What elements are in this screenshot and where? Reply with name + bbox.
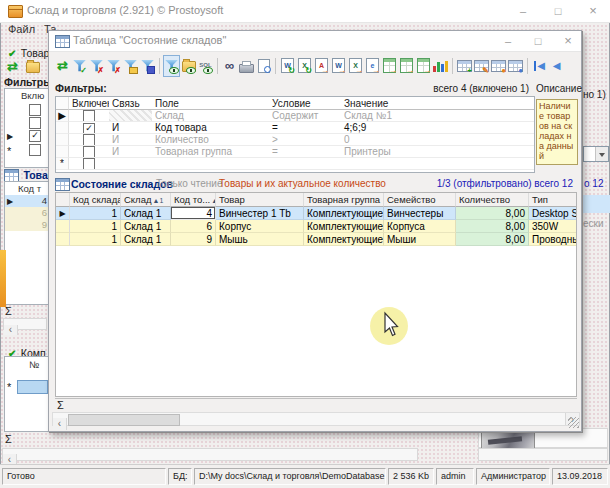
- grid-cell[interactable]: 1: [70, 207, 121, 220]
- scroll-left-icon[interactable]: ‹: [4, 325, 18, 335]
- filter-condition-cell[interactable]: >: [269, 134, 341, 146]
- nav-prev-icon[interactable]: ◀: [548, 55, 565, 77]
- filter-column-header[interactable]: Поле: [152, 97, 269, 110]
- grid-cell[interactable]: 9: [171, 233, 216, 246]
- bg-refresh-icon[interactable]: ⇄: [4, 55, 21, 77]
- filter-condition-cell[interactable]: =: [269, 122, 341, 134]
- grid-column-header[interactable]: Код склада: [70, 193, 121, 207]
- dialog-close-button[interactable]: [553, 31, 583, 50]
- toggle-tree-panel-icon[interactable]: [180, 55, 197, 77]
- grid-cell[interactable]: Проводные: [529, 233, 577, 246]
- filter-field-cell[interactable]: Склад: [152, 110, 269, 122]
- grid-cell[interactable]: 350W: [529, 220, 577, 233]
- dialog-maximize-button[interactable]: [523, 31, 553, 50]
- grid-cell[interactable]: Винчестеры: [384, 207, 456, 220]
- filter-enabled-checkbox[interactable]: [83, 146, 95, 158]
- grid-column-header[interactable]: Товарная группа: [304, 193, 384, 207]
- bg-filter-checkbox[interactable]: [29, 117, 41, 129]
- find-icon[interactable]: ∞: [221, 55, 238, 77]
- filter-apply-icon[interactable]: ✓: [71, 55, 88, 77]
- export-html-icon[interactable]: e→: [364, 55, 381, 77]
- filter-enabled-checkbox[interactable]: [83, 110, 95, 122]
- scrollbar-thumb[interactable]: [68, 414, 180, 426]
- filter-value-cell[interactable]: Принтеры: [341, 146, 534, 158]
- filter-value-cell[interactable]: [341, 158, 534, 170]
- print-preview-icon[interactable]: [255, 55, 272, 77]
- grid-column-header[interactable]: Семейство: [384, 193, 456, 207]
- grid-cell[interactable]: Склад 1: [121, 220, 171, 233]
- bg-selected-row[interactable]: ▶ 4: [5, 195, 48, 207]
- dropdown-arrow-icon[interactable]: [595, 147, 608, 161]
- main-minimize-button[interactable]: [508, 0, 538, 21]
- grid-cell[interactable]: Склад 1: [121, 233, 171, 246]
- filter-link-cell[interactable]: [109, 158, 152, 170]
- export-ods-icon[interactable]: →: [398, 55, 415, 77]
- grid-cell[interactable]: Корпус: [216, 220, 304, 233]
- filter-value-cell[interactable]: Склад №1: [341, 110, 534, 122]
- grid-cell[interactable]: 6: [171, 220, 216, 233]
- refresh-icon[interactable]: ⇄: [54, 55, 71, 77]
- grid-cell[interactable]: Комплектующие: [304, 220, 384, 233]
- grid-cell[interactable]: 8,00: [456, 220, 529, 233]
- grid-column-header[interactable]: Код то...▲2: [171, 193, 216, 207]
- bg-hscrollbar[interactable]: ‹: [3, 318, 47, 330]
- grid-column-header[interactable]: Тип: [529, 193, 577, 207]
- filter-value-cell[interactable]: 0: [341, 134, 534, 146]
- filter-condition-cell[interactable]: [269, 158, 341, 170]
- grid-cell[interactable]: 1: [70, 233, 121, 246]
- filter-clear-icon[interactable]: ✗: [88, 55, 105, 77]
- grid-cell[interactable]: Комплектующие: [304, 207, 384, 220]
- filter-value-cell[interactable]: 4;6;9: [341, 122, 534, 134]
- filter-link-cell[interactable]: И: [109, 146, 152, 158]
- bg-filter-checkbox[interactable]: [29, 104, 41, 116]
- filter-field-cell[interactable]: [152, 158, 269, 170]
- grid-cell[interactable]: 8,00: [456, 207, 529, 220]
- filter-delete-icon[interactable]: ✗: [105, 55, 122, 77]
- filter-column-header[interactable]: Связь: [109, 97, 152, 110]
- bg-row[interactable]: 6: [5, 207, 48, 219]
- bg-combobox[interactable]: [583, 146, 609, 162]
- filter-field-cell[interactable]: Количество: [152, 134, 269, 146]
- main-maximize-button[interactable]: [543, 0, 573, 21]
- grid-cell[interactable]: Склад 1: [121, 207, 171, 220]
- grid-column-header[interactable]: Товар: [216, 193, 304, 207]
- bg-filter-checkbox[interactable]: [29, 144, 41, 156]
- toggle-sql-panel-icon[interactable]: SQL: [197, 55, 214, 77]
- filter-column-header[interactable]: Значение: [341, 97, 534, 110]
- filter-field-cell[interactable]: Код товара: [152, 122, 269, 134]
- filter-enabled-checkbox[interactable]: ✓: [83, 123, 95, 134]
- filter-field-cell[interactable]: Товарная группа: [152, 146, 269, 158]
- nav-first-icon[interactable]: ◀: [531, 55, 548, 77]
- grid-cell[interactable]: Desktop SAT: [529, 207, 577, 220]
- grid-cell[interactable]: Корпуса: [384, 220, 456, 233]
- bg-folder-icon[interactable]: [24, 55, 41, 77]
- bg-bottom-left-hscrollbar[interactable]: ‹: [2, 448, 418, 461]
- bg-filter-checkbox[interactable]: ✓: [29, 130, 41, 142]
- open-in-excel-icon[interactable]: X↻: [296, 55, 313, 77]
- toggle-filter-panel-icon[interactable]: [163, 55, 180, 77]
- grid-cell[interactable]: Мышь: [216, 233, 304, 246]
- grid-cell[interactable]: 8,00: [456, 233, 529, 246]
- table-designer-icon[interactable]: ●: [490, 55, 507, 77]
- edit-row-icon[interactable]: ✎: [473, 55, 490, 77]
- filter-enabled-checkbox[interactable]: [83, 134, 95, 146]
- filter-open-icon[interactable]: [122, 55, 139, 77]
- bg-row[interactable]: 9: [5, 219, 48, 231]
- grid-column-header[interactable]: Количество: [456, 193, 529, 207]
- open-in-word-icon[interactable]: W↻: [279, 55, 296, 77]
- scroll-left-icon[interactable]: ‹: [53, 418, 67, 430]
- export-calc-icon[interactable]: →: [381, 55, 398, 77]
- main-close-button[interactable]: [578, 0, 608, 21]
- bg-selected-cell[interactable]: [17, 380, 48, 394]
- chart-icon[interactable]: [432, 55, 449, 77]
- print-icon[interactable]: [238, 55, 255, 77]
- filter-enabled-checkbox[interactable]: [83, 158, 95, 170]
- table-properties-icon[interactable]: ●: [507, 55, 524, 77]
- filter-condition-cell[interactable]: =: [269, 146, 341, 158]
- menu-file[interactable]: Файл: [8, 23, 35, 35]
- export-pdf-icon[interactable]: A→: [313, 55, 330, 77]
- grid-cell[interactable]: 4: [171, 207, 216, 220]
- bg-bottom-right-hscrollbar[interactable]: [478, 448, 608, 461]
- export-word-icon[interactable]: W→: [330, 55, 347, 77]
- dialog-minimize-button[interactable]: [493, 31, 523, 50]
